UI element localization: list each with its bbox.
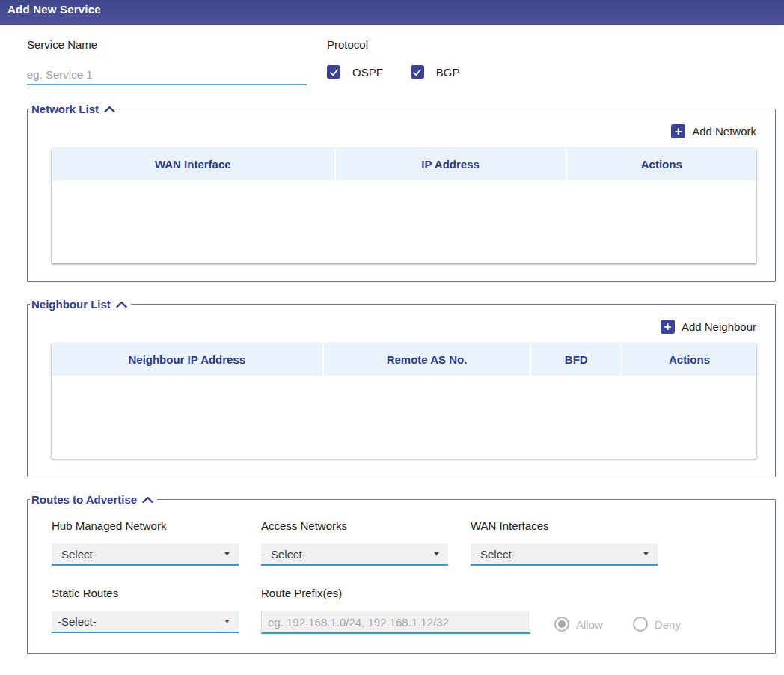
plus-icon: + — [661, 320, 675, 334]
chevron-down-icon: ▼ — [432, 550, 441, 558]
collapse-chevron-up-icon[interactable] — [104, 106, 115, 113]
static-routes-label: Static Routes — [52, 587, 239, 599]
chevron-down-icon: ▼ — [223, 617, 231, 625]
collapse-chevron-up-icon[interactable] — [116, 301, 127, 308]
hub-managed-network-select[interactable]: -Select- ▼ — [52, 543, 239, 566]
form-content: Service Name Protocol OSPF BGP — [0, 25, 784, 654]
wan-interfaces-value: -Select- — [477, 548, 515, 561]
route-prefixes-group: Route Prefix(es) — [261, 587, 530, 634]
network-toolbar: + Add Network — [28, 115, 775, 138]
bgp-checkbox-label: BGP — [436, 66, 460, 79]
access-networks-value: -Select- — [267, 548, 306, 561]
collapse-chevron-up-icon[interactable] — [142, 496, 153, 504]
access-networks-label: Access Networks — [261, 519, 448, 532]
neighbour-table: Neighbour IP Address Remote AS No. BFD A… — [52, 343, 756, 459]
wan-interfaces-select[interactable]: -Select- ▼ — [471, 543, 658, 566]
allow-radio-group[interactable]: Allow — [554, 617, 603, 632]
column-header-remote-as: Remote AS No. — [324, 343, 532, 376]
route-prefixes-input[interactable] — [261, 611, 530, 634]
allow-radio[interactable] — [554, 617, 569, 632]
wan-interfaces-label: WAN Interfaces — [471, 519, 658, 532]
chevron-down-icon: ▼ — [223, 550, 231, 558]
network-table-body-empty — [52, 180, 756, 263]
network-list-legend[interactable]: Network List — [30, 103, 119, 115]
add-neighbour-button[interactable]: + Add Neighbour — [661, 320, 756, 334]
network-list-legend-text: Network List — [31, 103, 99, 115]
static-routes-group: Static Routes -Select- ▼ — [52, 587, 239, 634]
protocol-option-bgp: BGP — [411, 65, 460, 79]
routes-row-2: Static Routes -Select- ▼ Route Prefix(es… — [52, 587, 775, 634]
network-table-header: WAN Interface IP Address Actions — [52, 148, 756, 180]
neighbour-toolbar: + Add Neighbour — [28, 311, 775, 334]
routes-row-1: Hub Managed Network -Select- ▼ Access Ne… — [52, 519, 775, 566]
static-routes-select[interactable]: -Select- ▼ — [52, 611, 239, 633]
service-name-input[interactable] — [27, 64, 307, 85]
column-header-ip-address: IP Address — [336, 148, 567, 180]
routes-fields: Hub Managed Network -Select- ▼ Access Ne… — [28, 506, 775, 634]
policy-radio-zone: Allow Deny — [554, 587, 711, 634]
static-routes-value: -Select- — [58, 615, 97, 628]
protocol-group: Protocol OSPF BGP — [327, 38, 460, 85]
column-header-bfd: BFD — [531, 343, 622, 376]
column-header-actions: Actions — [622, 343, 756, 376]
deny-radio[interactable] — [633, 617, 648, 632]
routes-legend-text: Routes to Advertise — [31, 493, 137, 506]
radio-selected-dot — [558, 620, 566, 628]
add-network-button-label: Add Network — [692, 125, 756, 138]
ospf-checkbox[interactable] — [327, 65, 340, 79]
network-table: WAN Interface IP Address Actions — [52, 148, 756, 263]
plus-icon: + — [671, 124, 685, 138]
column-header-actions: Actions — [567, 148, 756, 180]
deny-radio-group[interactable]: Deny — [633, 617, 681, 632]
protocol-label: Protocol — [327, 38, 368, 51]
appbar: Add New Service — [0, 0, 784, 25]
access-networks-group: Access Networks -Select- ▼ — [261, 519, 448, 566]
check-icon — [412, 67, 422, 77]
neighbour-table-body-empty — [52, 376, 756, 459]
hub-managed-network-label: Hub Managed Network — [52, 519, 239, 532]
bgp-checkbox[interactable] — [411, 65, 424, 79]
hub-managed-network-value: -Select- — [58, 548, 97, 561]
protocol-option-ospf: OSPF — [327, 65, 383, 79]
add-neighbour-button-label: Add Neighbour — [682, 320, 756, 333]
route-prefixes-label: Route Prefix(es) — [261, 587, 530, 599]
neighbour-list-legend[interactable]: Neighbour List — [30, 298, 131, 311]
top-fields-row: Service Name Protocol OSPF BGP — [27, 38, 776, 85]
access-networks-select[interactable]: -Select- ▼ — [261, 543, 448, 566]
routes-legend[interactable]: Routes to Advertise — [30, 493, 157, 506]
hub-managed-network-group: Hub Managed Network -Select- ▼ — [52, 519, 239, 566]
neighbour-table-header: Neighbour IP Address Remote AS No. BFD A… — [52, 343, 756, 376]
ospf-checkbox-label: OSPF — [352, 66, 383, 79]
chevron-down-icon: ▼ — [642, 550, 650, 558]
service-name-label: Service Name — [27, 38, 97, 51]
check-icon — [329, 67, 339, 77]
allow-radio-label: Allow — [576, 618, 603, 631]
page-title: Add New Service — [7, 3, 101, 16]
neighbour-list-section: Neighbour List + Add Neighbour Neighbour… — [27, 298, 776, 477]
service-name-group: Service Name — [27, 38, 307, 85]
neighbour-list-legend-text: Neighbour List — [31, 298, 111, 311]
network-list-section: Network List + Add Network WAN Interface… — [27, 103, 776, 282]
wan-interfaces-group: WAN Interfaces -Select- ▼ — [471, 519, 658, 566]
column-header-neighbour-ip: Neighbour IP Address — [52, 343, 324, 376]
add-network-button[interactable]: + Add Network — [671, 124, 756, 138]
protocol-options: OSPF BGP — [327, 65, 460, 79]
deny-radio-label: Deny — [655, 618, 681, 631]
routes-to-advertise-section: Routes to Advertise Hub Managed Network … — [27, 493, 776, 654]
column-header-wan-interface: WAN Interface — [52, 148, 336, 180]
